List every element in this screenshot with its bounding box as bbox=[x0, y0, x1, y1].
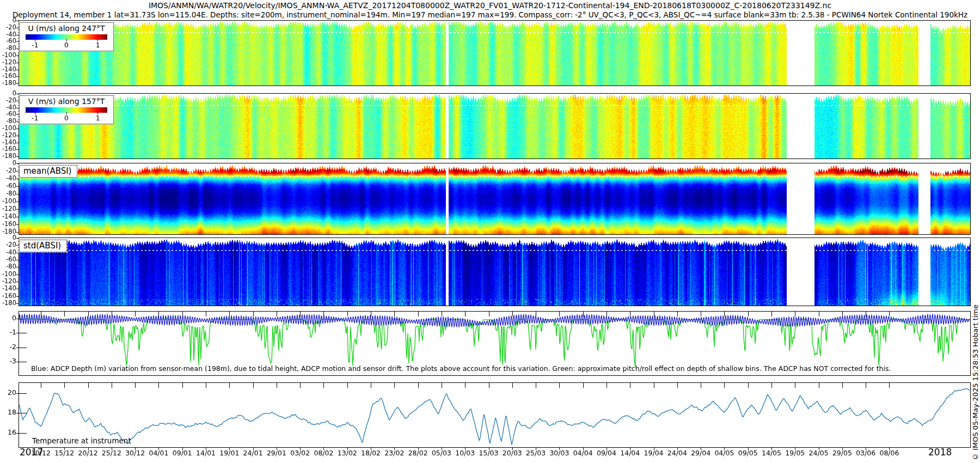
panel-std-y-tick bbox=[16, 260, 19, 260]
panel-temp-y-tick-label: 20 bbox=[0, 389, 16, 396]
x-axis-tick-label: 08/06 bbox=[873, 449, 905, 457]
panel-u-y-tick bbox=[16, 76, 19, 77]
panel-depth-y-tick bbox=[16, 319, 19, 319]
panel-std-y-tick bbox=[16, 282, 19, 282]
panel-u-y-tick bbox=[16, 70, 19, 70]
panel-mean-y-tick bbox=[16, 194, 19, 194]
u-colorbar-tick: 0 bbox=[64, 41, 69, 49]
panel-depth-y-tick-label: -3 bbox=[0, 357, 16, 364]
panel-temp-y-tick bbox=[16, 393, 19, 394]
v-heatmap-canvas bbox=[19, 94, 970, 159]
figure-title: IMOS/ANMN/WA/WATR20/Velocity/IMOS_ANMN-W… bbox=[0, 1, 980, 10]
panel-depth-y-tick-label: -2 bbox=[0, 343, 16, 350]
panel-std-y-tick-label: -120 bbox=[0, 278, 16, 285]
panel-std-y-tick-label: -20 bbox=[0, 241, 16, 248]
panel-std-y-tick bbox=[16, 275, 19, 275]
copyright-watermark: © IMOS 05-May-2025 15:28:53 Hobart time bbox=[971, 304, 979, 461]
mean-absi-label: mean(ABSI) bbox=[19, 165, 77, 178]
panel-v-y-tick bbox=[16, 149, 19, 150]
panel-mean-y-tick bbox=[16, 217, 19, 217]
panel-std-y-tick-label: -80 bbox=[0, 263, 16, 270]
u-colorbar-legend: U (m/s) along 247°T -1 0 1 bbox=[19, 22, 114, 51]
v-colorbar-tick: 0 bbox=[64, 114, 69, 122]
panel-v-y-tick bbox=[16, 108, 19, 108]
panel-depth-y-tick bbox=[16, 362, 19, 362]
panel-u-y-tick bbox=[16, 83, 19, 84]
panel-depth-y-tick bbox=[16, 333, 19, 333]
panel-depth-variation: Blue: ADCP Depth (m) variation from sens… bbox=[19, 311, 971, 376]
v-legend-title: V (m/s) along 157°T bbox=[20, 97, 113, 106]
panel-mean-y-tick-label: 0 bbox=[0, 160, 16, 167]
panel-std-y-tick-label: -180 bbox=[0, 300, 16, 307]
panel-mean-y-tick-label: -60 bbox=[0, 182, 16, 190]
panel-depth-y-tick-label: -1 bbox=[0, 328, 16, 336]
panel-std-absi: std(ABSI) bbox=[19, 237, 971, 306]
panel-mean-y-tick bbox=[16, 202, 19, 202]
panel-temp-y-tick-label: 16 bbox=[0, 429, 16, 436]
panel-mean-absi: mean(ABSI) bbox=[19, 163, 971, 235]
panel-v-y-tick bbox=[16, 136, 19, 136]
panel-u-y-tick-label: -120 bbox=[0, 59, 16, 66]
panel-mean-y-tick bbox=[16, 179, 19, 179]
panel-mean-y-tick-label: -80 bbox=[0, 190, 16, 197]
x-axis-year-end: 2018 bbox=[928, 447, 952, 458]
panel-std-y-tick bbox=[16, 289, 19, 289]
mean-absi-heatmap-canvas bbox=[19, 163, 970, 234]
panel-std-y-tick bbox=[16, 267, 19, 267]
panel-v-y-tick bbox=[16, 143, 19, 143]
panel-mean-y-tick-label: -40 bbox=[0, 175, 16, 182]
panel-temp-y-tick-label: 18 bbox=[0, 409, 16, 416]
panel-mean-y-tick-label: -160 bbox=[0, 221, 16, 228]
panel-std-y-tick-label: -160 bbox=[0, 293, 16, 300]
panel-v-y-tick bbox=[16, 101, 19, 101]
panel-depth-y-tick-label: 0 bbox=[0, 314, 16, 321]
panel-v-y-tick-label: -20 bbox=[0, 97, 16, 104]
u-heatmap-canvas bbox=[19, 21, 970, 86]
panel-temp-y-tick bbox=[16, 413, 19, 413]
temperature-canvas bbox=[19, 383, 970, 447]
v-colorbar-legend: V (m/s) along 157°T -1 0 1 bbox=[19, 95, 114, 124]
panel-v-y-tick bbox=[16, 114, 19, 115]
panel-mean-y-tick-label: -140 bbox=[0, 213, 16, 220]
panel-v-y-tick bbox=[16, 129, 19, 129]
panel-u-y-tick bbox=[16, 63, 19, 63]
std-absi-heatmap-canvas bbox=[19, 238, 970, 306]
panel-std-y-tick-label: -140 bbox=[0, 285, 16, 292]
panel-mean-y-tick-label: -100 bbox=[0, 198, 16, 205]
adcp-velocity-figure: IMOS/ANMN/WA/WATR20/Velocity/IMOS_ANMN-W… bbox=[0, 0, 980, 463]
u-colorbar-tick: 1 bbox=[96, 41, 100, 49]
figure-subtitle: Deployment 14, member 1 lat=31.73S lon=1… bbox=[0, 10, 980, 19]
panel-temp-y-tick bbox=[16, 433, 19, 434]
panel-u-y-tick bbox=[16, 28, 19, 28]
panel-u-y-tick bbox=[16, 21, 19, 21]
panel-mean-y-tick bbox=[16, 224, 19, 225]
panel-std-y-tick bbox=[16, 253, 19, 253]
temperature-label: Temperature at instrument bbox=[32, 436, 131, 445]
panel-std-y-tick-label: 0 bbox=[0, 234, 16, 241]
panel-u-y-tick bbox=[16, 41, 19, 42]
panel-std-y-tick-label: -100 bbox=[0, 271, 16, 278]
panel-std-y-tick bbox=[16, 303, 19, 304]
panel-std-y-tick-label: -40 bbox=[0, 249, 16, 256]
panel-v-y-tick bbox=[16, 156, 19, 157]
panel-mean-y-tick-label: -120 bbox=[0, 205, 16, 212]
panel-u-y-tick bbox=[16, 48, 19, 49]
panel-u-y-tick bbox=[16, 56, 19, 56]
panel-u-y-tick-label: -20 bbox=[0, 24, 16, 31]
panel-mean-y-tick bbox=[16, 232, 19, 233]
panel-depth-y-tick bbox=[16, 348, 19, 348]
panel-mean-y-tick bbox=[16, 163, 19, 164]
panel-v-y-tick bbox=[16, 94, 19, 94]
panel-v-y-tick-label: -120 bbox=[0, 132, 16, 139]
panel-v-y-tick bbox=[16, 121, 19, 122]
panel-temperature: Temperature at instrument bbox=[19, 382, 971, 448]
panel-v-velocity: V (m/s) along 157°T -1 0 1 bbox=[19, 93, 971, 159]
u-legend-title: U (m/s) along 247°T bbox=[20, 24, 113, 33]
v-colorbar-tick-labels: -1 0 1 bbox=[26, 114, 107, 123]
panel-mean-y-tick bbox=[16, 209, 19, 210]
panel-mean-y-tick-label: -20 bbox=[0, 167, 16, 174]
panel-mean-y-tick bbox=[16, 171, 19, 172]
panel-u-y-tick-label: -180 bbox=[0, 80, 16, 87]
panel-std-y-tick-label: -60 bbox=[0, 256, 16, 263]
std-absi-label: std(ABSI) bbox=[19, 240, 67, 252]
